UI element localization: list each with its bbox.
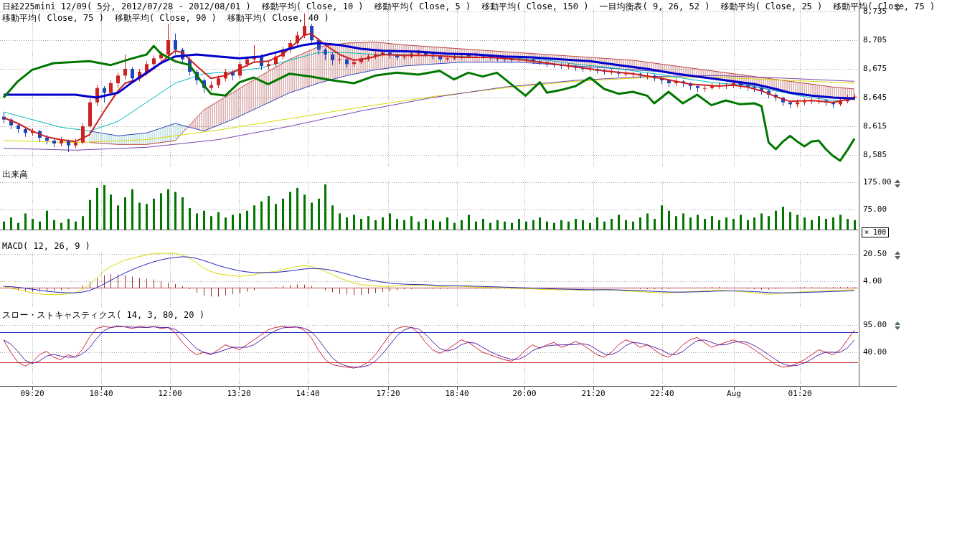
indicator-label-ma90[interactable]: 移動平均( Close, 90 ) [115,13,217,24]
time-axis-label: Aug [715,389,753,399]
macd-axis-label: 20.50 [863,249,897,259]
time-axis-label: 22:40 [644,389,681,399]
time-axis-label: 17:20 [369,389,407,399]
indicator-header-row-2: 移動平均( Close, 75 ) 移動平均( Close, 90 ) 移動平均… [2,13,329,24]
price-axis-label: 8,675 [863,64,897,74]
stochastics-axis-label: 40.00 [863,347,897,357]
volume-multiplier-badge: × 100 [862,227,889,237]
volume-axis-label: 75.00 [863,204,897,215]
trading-chart-window: 日経225mini 12/09( 5分, 2012/07/28 - 2012/0… [0,0,980,551]
price-axis-label: 8,585 [863,150,897,160]
macd-panel-title: MACD( 12, 26, 9 ) [2,241,90,251]
time-axis-label: 13:20 [220,389,258,399]
time-axis-label: 14:40 [289,389,326,399]
indicator-label-ma10[interactable]: 移動平均( Close, 10 ) [262,1,364,12]
price-axis-label: 8,645 [863,93,897,103]
price-axis-label: 8,615 [863,121,897,131]
time-axis-label: 10:40 [83,389,120,399]
time-axis-label: 21:20 [575,389,612,399]
indicator-header-row-1: 日経225mini 12/09( 5分, 2012/07/28 - 2012/0… [2,1,935,12]
volume-panel-title: 出来高 [2,169,28,179]
indicator-label-ma5[interactable]: 移動平均( Close, 5 ) [374,1,471,12]
indicator-label-ma75-2[interactable]: 移動平均( Close, 75 ) [2,13,104,24]
indicator-label-ma40[interactable]: 移動平均( Close, 40 ) [227,13,329,24]
price-axis-label: 8,735 [863,6,897,17]
indicator-label-ma150[interactable]: 移動平均( Close, 150 ) [481,1,588,12]
time-axis-label: 12:00 [151,389,189,399]
time-axis-label: 09:20 [14,389,51,399]
indicator-label-ma25[interactable]: 移動平均( Close, 25 ) [720,1,822,12]
macd-axis-label: 4.00 [863,276,897,286]
stochastics-panel-title: スロー・ストキャスティクス( 14, 3, 80, 20 ) [2,310,204,320]
volume-axis-label: 175.00 [863,177,897,187]
time-axis-label: 20:00 [506,389,543,399]
chart-canvas[interactable] [0,0,980,551]
time-axis-label: 18:40 [438,389,476,399]
price-axis-label: 8,705 [863,35,897,45]
time-axis-label: 01:20 [781,389,819,399]
stochastics-axis-label: 95.00 [863,320,897,330]
chart-title: 日経225mini 12/09( 5分, 2012/07/28 - 2012/0… [2,1,251,12]
indicator-label-ichimoku[interactable]: 一目均衡表( 9, 26, 52 ) [599,1,710,12]
